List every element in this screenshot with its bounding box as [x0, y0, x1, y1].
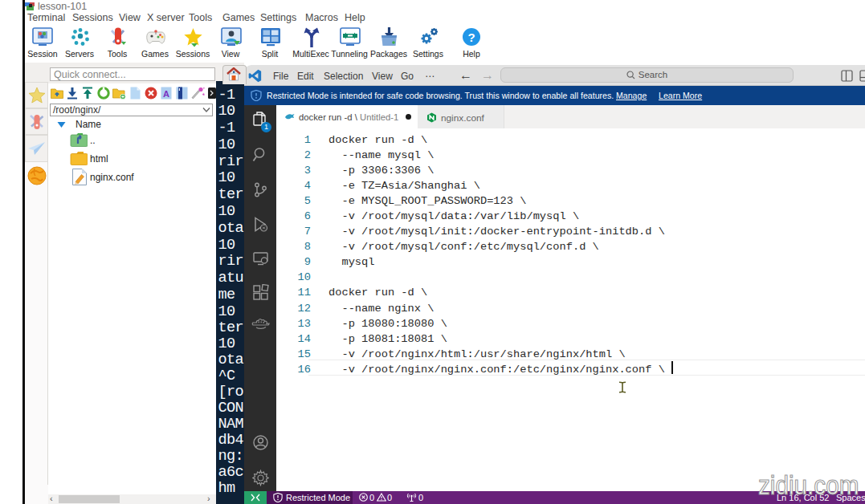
svg-text:?: ? — [467, 30, 475, 44]
svg-text:A: A — [163, 89, 169, 99]
